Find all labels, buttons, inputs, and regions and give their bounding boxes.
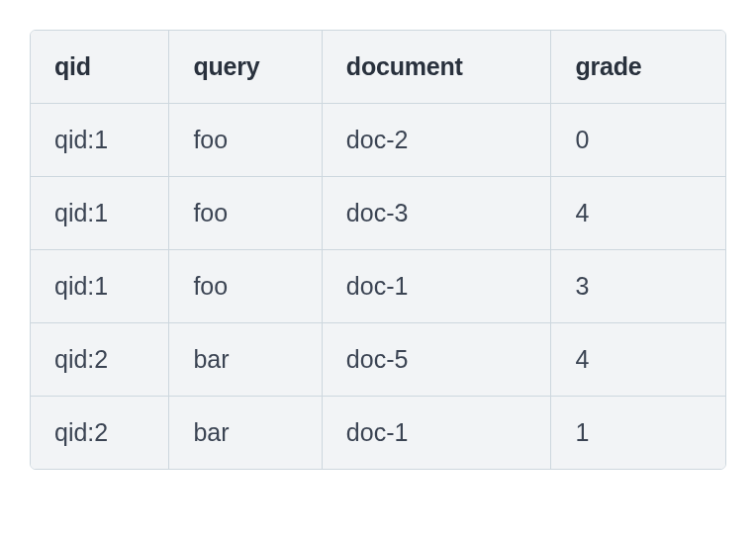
cell-query: foo — [169, 250, 322, 323]
cell-qid: qid:1 — [31, 104, 169, 177]
cell-grade: 1 — [551, 397, 725, 469]
cell-document: doc-2 — [323, 104, 552, 177]
header-query: query — [169, 31, 322, 104]
header-document: document — [323, 31, 552, 104]
table-row: qid:1 foo doc-2 0 — [31, 104, 725, 177]
table-row: qid:1 foo doc-3 4 — [31, 177, 725, 250]
cell-document: doc-1 — [323, 397, 552, 469]
header-qid: qid — [31, 31, 169, 104]
cell-qid: qid:1 — [31, 177, 169, 250]
cell-document: doc-5 — [323, 323, 552, 397]
cell-grade: 4 — [551, 323, 725, 397]
header-grade: grade — [551, 31, 725, 104]
cell-query: foo — [169, 104, 322, 177]
cell-grade: 0 — [551, 104, 725, 177]
cell-qid: qid:2 — [31, 397, 169, 469]
cell-qid: qid:2 — [31, 323, 169, 397]
cell-document: doc-1 — [323, 250, 552, 323]
cell-grade: 3 — [551, 250, 725, 323]
cell-document: doc-3 — [323, 177, 552, 250]
cell-qid: qid:1 — [31, 250, 169, 323]
table-row: qid:1 foo doc-1 3 — [31, 250, 725, 323]
table-header-row: qid query document grade — [31, 31, 725, 104]
table-row: qid:2 bar doc-1 1 — [31, 397, 725, 469]
data-table: qid query document grade qid:1 foo doc-2… — [30, 30, 726, 470]
table-row: qid:2 bar doc-5 4 — [31, 323, 725, 397]
cell-query: bar — [169, 397, 322, 469]
cell-query: bar — [169, 323, 322, 397]
cell-grade: 4 — [551, 177, 725, 250]
cell-query: foo — [169, 177, 322, 250]
